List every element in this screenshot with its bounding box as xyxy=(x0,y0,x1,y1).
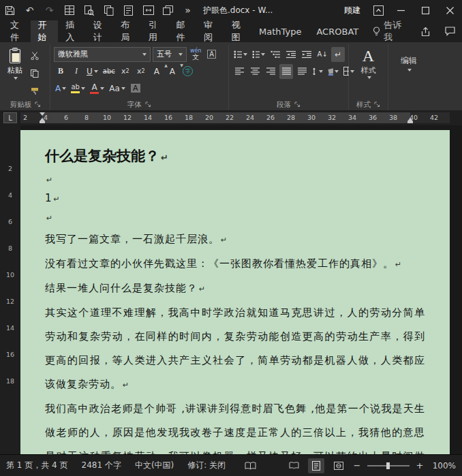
paragraph[interactable]: 1↵ xyxy=(45,189,425,208)
paragraph[interactable]: 我们高中政治老师是个帅哥 ,讲课讲到得意时眉飞色舞 ,他是第一个说我是天生做老师… xyxy=(45,397,425,454)
ribbon-display-options-icon[interactable] xyxy=(369,0,388,20)
tab-references[interactable]: 引用 xyxy=(141,20,169,42)
right-indent-marker-base[interactable] xyxy=(407,121,413,123)
bullets-icon[interactable] xyxy=(232,47,249,62)
tab-acrobat[interactable]: ACROBAT xyxy=(309,20,366,42)
ruler-number: 16 xyxy=(0,351,20,358)
strikethrough-button[interactable]: abc xyxy=(102,64,117,79)
paragraph[interactable]: 结果一堆人问什么是复杂技能？↵ xyxy=(45,276,425,301)
cut-icon[interactable] xyxy=(28,48,42,63)
italic-button[interactable]: I xyxy=(70,64,83,79)
copy-small-icon[interactable] xyxy=(28,66,42,81)
bold-button[interactable]: B xyxy=(54,64,67,79)
tab-design[interactable]: 设计 xyxy=(86,20,114,42)
tab-review[interactable]: 审阅 xyxy=(196,20,224,42)
zoom-level[interactable]: 100% xyxy=(430,461,456,471)
dialog-launcher-icon[interactable] xyxy=(294,101,301,108)
align-left-icon[interactable] xyxy=(232,64,246,79)
tab-stop-selector[interactable]: L xyxy=(3,112,17,123)
zoom-slider[interactable] xyxy=(367,465,410,466)
text-effects-button[interactable]: A xyxy=(54,81,67,96)
document-page[interactable]: 什么是复杂技能？↵ ↵1↵↵我写了一篇文章，一石激起千层浪。↵没有看过文章的小伙… xyxy=(20,130,450,454)
document-title[interactable]: 什么是复杂技能？↵ xyxy=(45,144,425,170)
justify-icon[interactable] xyxy=(279,64,293,79)
numbering-icon[interactable] xyxy=(251,47,267,62)
font-size-select[interactable]: 五号 xyxy=(153,47,187,62)
paragraph[interactable]: 没有看过文章的小伙伴先戳这里：《一张图教你看懂热爱工作的真相》。↵ xyxy=(45,252,425,276)
zoom-in-button[interactable]: + xyxy=(416,460,424,471)
ribbon-tab-right xyxy=(413,20,462,42)
page-width-icon[interactable] xyxy=(138,0,158,20)
proofing-book-icon[interactable] xyxy=(245,462,256,470)
page-indicator[interactable]: 第 1 页，共 4 页 xyxy=(6,460,68,471)
tab-layout[interactable]: 布局 xyxy=(113,20,141,42)
more-commands-icon[interactable]: » xyxy=(178,0,198,20)
track-changes-indicator[interactable]: 修订: 关闭 xyxy=(187,460,226,471)
paragraph[interactable]: 我写了一篇文章，一石激起千层浪。↵ xyxy=(45,227,425,252)
language-indicator[interactable]: 中文(中国) xyxy=(135,460,174,471)
line-spacing-icon[interactable] xyxy=(311,64,324,79)
redo-icon[interactable]: ↷ xyxy=(40,0,59,20)
dialog-launcher-icon[interactable] xyxy=(374,101,380,108)
shrink-font-button[interactable]: A▼ xyxy=(166,64,179,79)
close-button[interactable] xyxy=(437,0,462,20)
subscript-button[interactable]: x2 xyxy=(119,64,132,79)
save-icon[interactable] xyxy=(0,0,20,20)
grow-font-button[interactable]: A▲ xyxy=(150,64,164,79)
paragraph[interactable]: ↵ xyxy=(45,208,425,227)
ruler-number: 32 xyxy=(328,114,336,121)
character-shading-button[interactable]: A xyxy=(129,81,142,96)
show-marks-button[interactable]: ↵ xyxy=(331,47,345,62)
copy-icon[interactable] xyxy=(99,0,119,20)
editing-menu-button[interactable]: 编辑 xyxy=(392,46,426,72)
align-right-icon[interactable] xyxy=(264,64,277,79)
zoom-out-button[interactable]: − xyxy=(353,460,361,471)
sort-button[interactable]: A↓ xyxy=(315,47,329,62)
underline-button[interactable]: U xyxy=(85,64,99,79)
superscript-button[interactable]: x2 xyxy=(134,64,148,79)
minimize-button[interactable] xyxy=(388,0,413,20)
switch-windows-icon[interactable] xyxy=(158,0,178,20)
dialog-launcher-icon[interactable] xyxy=(145,101,151,108)
shading-icon[interactable] xyxy=(326,64,340,79)
tab-mailings[interactable]: 邮件 xyxy=(168,20,196,42)
table-icon[interactable] xyxy=(59,0,79,20)
word-count[interactable]: 2481 个字 xyxy=(82,460,121,471)
undo-icon[interactable]: ↶ xyxy=(20,0,40,20)
print-preview-icon[interactable] xyxy=(79,0,99,20)
share-icon[interactable] xyxy=(413,20,437,42)
tab-view[interactable]: 视图 xyxy=(224,20,252,42)
comments-icon[interactable] xyxy=(437,20,462,42)
document-icon[interactable] xyxy=(119,0,138,20)
increase-indent-icon[interactable] xyxy=(300,47,313,62)
character-border-button[interactable]: A xyxy=(205,47,219,62)
paragraph[interactable]: 其实这个道理不难理解，我高中时学政治就知道马克思讲过，人的劳动分简单劳动和复杂劳… xyxy=(45,301,425,397)
styles-gallery-button[interactable]: A 样式 xyxy=(352,46,384,79)
tab-home[interactable]: 开始 xyxy=(31,20,59,42)
read-mode-button[interactable] xyxy=(286,458,302,473)
ruler-number: 18 xyxy=(185,114,193,121)
dialog-launcher-icon[interactable] xyxy=(35,101,41,108)
zoom-slider-thumb[interactable] xyxy=(386,462,390,469)
phonetic-guide-button[interactable]: wén文 xyxy=(189,47,203,62)
font-color-button[interactable]: A xyxy=(89,81,106,96)
maximize-button[interactable] xyxy=(413,0,437,20)
tab-mathtype[interactable]: MathType xyxy=(251,20,309,42)
change-case-button[interactable]: Aa xyxy=(108,81,127,96)
paragraph[interactable]: ↵ xyxy=(45,170,425,189)
left-indent-marker[interactable] xyxy=(40,121,45,123)
align-center-icon[interactable] xyxy=(248,64,262,79)
multilevel-list-icon[interactable] xyxy=(268,47,282,62)
highlight-button[interactable]: ab xyxy=(70,81,87,96)
tab-insert[interactable]: 插入 xyxy=(58,20,86,42)
distribute-icon[interactable] xyxy=(295,64,309,79)
tell-me-box[interactable]: 告诉我 xyxy=(366,20,413,42)
web-layout-button[interactable] xyxy=(330,458,347,473)
print-layout-button[interactable] xyxy=(308,458,324,473)
tab-file[interactable]: 文件 xyxy=(3,20,31,42)
font-name-select[interactable]: 微软雅黑 xyxy=(54,47,151,62)
format-painter-icon[interactable] xyxy=(28,84,42,99)
paste-button[interactable]: 粘贴 xyxy=(5,46,25,99)
account-name[interactable]: 顾建 xyxy=(344,5,360,16)
decrease-indent-icon[interactable] xyxy=(284,47,298,62)
